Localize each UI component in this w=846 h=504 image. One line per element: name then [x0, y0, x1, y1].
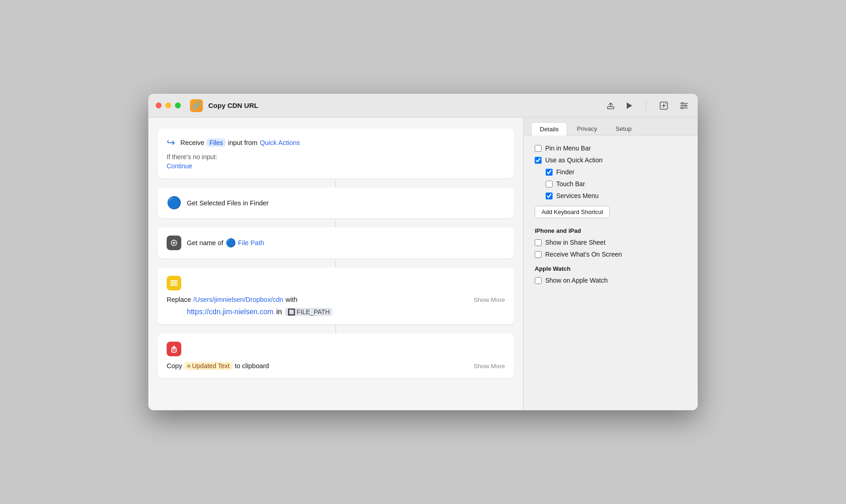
apple-watch-section-label: Apple Watch — [535, 265, 687, 272]
show-share-sheet-label: Show in Share Sheet — [545, 239, 606, 246]
share-button[interactable] — [605, 100, 617, 112]
get-name-icon — [167, 236, 181, 250]
touch-bar-row: Touch Bar — [535, 180, 687, 188]
copy-icon — [167, 342, 181, 356]
step5-text: Copy ≡ Updated Text to clipboard Show Mo… — [167, 362, 505, 370]
touch-bar-label: Touch Bar — [556, 180, 585, 188]
svg-rect-6 — [170, 280, 178, 282]
divider — [646, 99, 646, 112]
finder-row: Finder — [535, 168, 687, 176]
content-area: ↪ Receive Files input from Quick Actions… — [148, 118, 698, 410]
services-menu-row: Services Menu — [535, 192, 687, 199]
add-action-button[interactable] — [657, 99, 670, 112]
svg-point-3 — [684, 105, 686, 107]
svg-rect-7 — [170, 283, 178, 284]
traffic-lights — [156, 102, 181, 108]
pin-menu-bar-row: Pin in Menu Bar — [535, 145, 687, 152]
show-share-sheet-checkbox[interactable] — [535, 239, 542, 246]
show-more-5[interactable]: Show More — [474, 363, 505, 370]
receive-on-screen-row: Receive What's On Screen — [535, 251, 687, 258]
no-input-row: If there's no input: — [167, 153, 505, 161]
receive-icon: ↪ — [167, 137, 175, 149]
updated-text-token[interactable]: ≡ Updated Text — [184, 362, 233, 370]
minimize-button[interactable] — [165, 102, 171, 108]
continue-button[interactable]: Continue — [167, 162, 192, 170]
services-menu-checkbox[interactable] — [546, 193, 553, 199]
side-panel-content: Pin in Menu Bar Use as Quick Action Find… — [524, 135, 698, 298]
add-keyboard-shortcut-button[interactable]: Add Keyboard Shortcut — [535, 206, 610, 218]
replace-icon — [167, 276, 181, 290]
svg-rect-0 — [607, 107, 614, 109]
use-quick-action-row: Use as Quick Action — [535, 156, 687, 164]
receive-on-screen-checkbox[interactable] — [535, 251, 542, 258]
connector-2 — [336, 219, 336, 227]
receive-on-screen-label: Receive What's On Screen — [545, 251, 622, 258]
tab-setup[interactable]: Setup — [607, 122, 640, 135]
step4-row2: https://cdn.jim-nielsen.com in 🔲 FILE_PA… — [167, 308, 505, 316]
close-button[interactable] — [156, 102, 162, 108]
quick-actions-token[interactable]: Quick Actions — [260, 139, 300, 146]
svg-point-4 — [681, 107, 683, 109]
connector-4 — [336, 325, 336, 333]
step-replace: Replace /Users/jimnielsen/Dropbox/cdn wi… — [157, 268, 514, 324]
show-apple-watch-checkbox[interactable] — [535, 277, 542, 284]
files-token[interactable]: Files — [206, 139, 226, 147]
step-receive-files: ↪ Receive Files input from Quick Actions… — [157, 129, 514, 178]
pin-menu-bar-checkbox[interactable] — [535, 145, 542, 152]
run-button[interactable] — [624, 100, 635, 112]
touch-bar-checkbox[interactable] — [546, 181, 553, 188]
titlebar: 🔗 Copy CDN URL — [148, 94, 698, 118]
show-share-sheet-row: Show in Share Sheet — [535, 239, 687, 246]
step-get-selected-files: 🔵 Get Selected Files in Finder — [157, 188, 514, 218]
finder-label: Finder — [556, 168, 575, 176]
app-icon: 🔗 — [190, 99, 203, 112]
side-panel: Details Privacy Setup Pin in Menu Bar Us… — [524, 118, 698, 410]
sliders-button[interactable] — [678, 100, 690, 112]
use-quick-action-checkbox[interactable] — [535, 157, 542, 164]
step4-text: Replace /Users/jimnielsen/Dropbox/cdn wi… — [167, 296, 505, 303]
finder-icon-1: 🔵 — [167, 196, 181, 210]
step-copy: Copy ≡ Updated Text to clipboard Show Mo… — [157, 333, 514, 378]
tab-privacy[interactable]: Privacy — [568, 122, 606, 135]
connector-3 — [336, 259, 336, 268]
svg-point-2 — [682, 102, 683, 104]
maximize-button[interactable] — [175, 102, 181, 108]
connector-1 — [336, 179, 336, 188]
workflow-panel: ↪ Receive Files input from Quick Actions… — [148, 118, 524, 410]
file-path-var-token[interactable]: 🔲 FILE_PATH — [285, 308, 333, 316]
svg-rect-8 — [170, 284, 178, 286]
step1-text: Receive Files input from Quick Actions — [180, 139, 300, 147]
show-more-4[interactable]: Show More — [474, 296, 505, 303]
window-title: Copy CDN URL — [208, 102, 599, 109]
finder-checkbox[interactable] — [546, 169, 553, 176]
finder-icon-2: 🔵 — [226, 238, 236, 248]
app-window: 🔗 Copy CDN URL — [148, 94, 698, 410]
use-quick-action-label: Use as Quick Action — [545, 156, 602, 164]
cdn-url-token[interactable]: https://cdn.jim-nielsen.com — [187, 308, 273, 316]
services-menu-label: Services Menu — [556, 192, 599, 199]
show-apple-watch-label: Show on Apple Watch — [545, 277, 607, 284]
replace-path-token[interactable]: /Users/jimnielsen/Dropbox/cdn — [193, 296, 283, 303]
file-path-token[interactable]: File Path — [238, 239, 264, 247]
step-get-name: Get name of 🔵 File Path — [157, 227, 514, 258]
step2-text: Get Selected Files in Finder — [187, 199, 269, 207]
tabs-row: Details Privacy Setup — [524, 118, 698, 135]
titlebar-actions — [605, 99, 690, 112]
tab-details[interactable]: Details — [531, 122, 567, 135]
show-apple-watch-row: Show on Apple Watch — [535, 277, 687, 284]
pin-menu-bar-label: Pin in Menu Bar — [545, 145, 591, 152]
iphone-ipad-section-label: iPhone and iPad — [535, 227, 687, 234]
step3-text: Get name of 🔵 File Path — [187, 238, 264, 248]
